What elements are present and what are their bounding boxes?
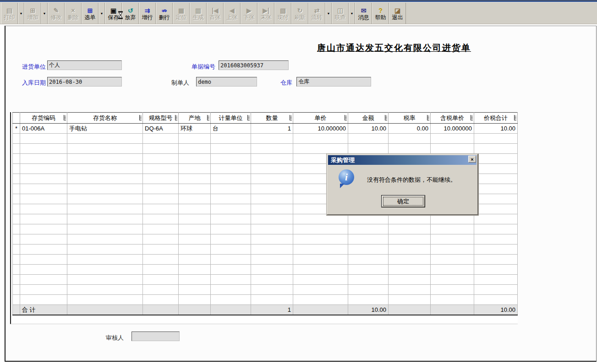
- grid-cell-qty[interactable]: [251, 295, 293, 305]
- grid-cell-tax-price[interactable]: [431, 275, 474, 285]
- grid-cell-price[interactable]: [293, 275, 348, 285]
- grid-cell-spec[interactable]: [143, 234, 179, 244]
- grid-cell-unit[interactable]: [211, 285, 251, 295]
- grid-cell-spec[interactable]: DQ-6A: [143, 124, 179, 134]
- grid-cell-unit[interactable]: [211, 295, 251, 305]
- grid-cell-unit[interactable]: [211, 194, 251, 204]
- grid-cell-origin[interactable]: [179, 214, 211, 224]
- grid-cell-code[interactable]: [20, 244, 67, 255]
- grid-cell-code[interactable]: [20, 154, 67, 164]
- grid-cell-total[interactable]: [474, 214, 518, 224]
- grid-cell-name[interactable]: [67, 214, 143, 224]
- toolbar-button-select-order[interactable]: ⊞选单: [82, 3, 99, 24]
- grid-cell-code[interactable]: [20, 184, 67, 194]
- grid-cell-qty[interactable]: [251, 265, 293, 275]
- toolbar-button-print[interactable]: ▤打印: [1, 3, 18, 24]
- grid-cell-name[interactable]: [67, 275, 143, 285]
- toolbar-button-message[interactable]: ✉消息: [355, 3, 372, 24]
- grid-cell-name[interactable]: [67, 204, 143, 214]
- grid-cell-origin[interactable]: [179, 244, 211, 255]
- grid-cell-spec[interactable]: [143, 255, 179, 265]
- grid-cell-tax-rate[interactable]: 0.00: [389, 124, 431, 134]
- toolbar-button-pay-now[interactable]: ▧现付: [274, 3, 291, 24]
- grid-cell-qty[interactable]: [251, 194, 293, 204]
- grid-cell-amount[interactable]: [348, 255, 389, 265]
- grid-cell-tax-rate[interactable]: [389, 285, 431, 295]
- grid-cell-amount[interactable]: [348, 285, 389, 295]
- grid-cell-price[interactable]: 10.000000: [293, 124, 348, 134]
- grid-cell-code[interactable]: [20, 295, 67, 305]
- grid-cell-tax-price[interactable]: [431, 214, 474, 224]
- grid-cell-qty[interactable]: [251, 214, 293, 224]
- grid-cell-code[interactable]: [20, 134, 67, 144]
- grid-cell-qty[interactable]: [251, 134, 293, 144]
- grid-cell-sel[interactable]: [13, 214, 20, 224]
- grid-cell-price[interactable]: [293, 234, 348, 244]
- grid-cell-price[interactable]: [293, 224, 348, 234]
- grid-cell-unit[interactable]: [211, 144, 251, 154]
- grid-cell-sel[interactable]: [13, 255, 20, 265]
- grid-cell-code[interactable]: [20, 144, 67, 154]
- grid-cell-tax-price[interactable]: [431, 255, 474, 265]
- grid-cell-total[interactable]: [474, 234, 518, 244]
- toolbar-button-first[interactable]: |◀首张: [207, 3, 224, 24]
- grid-cell-unit[interactable]: [211, 164, 251, 174]
- grid-cell-tax-price[interactable]: [431, 244, 474, 255]
- grid-cell-qty[interactable]: 1: [251, 124, 293, 134]
- grid-cell-name[interactable]: 手电钻: [67, 124, 143, 134]
- toolbar-button-delete[interactable]: ×删除: [65, 3, 82, 24]
- grid-cell-sel[interactable]: [13, 275, 20, 285]
- grid-cell-spec[interactable]: [143, 184, 179, 194]
- toolbar-button-delete-row[interactable]: ⇏删行: [156, 3, 173, 24]
- grid-cell-name[interactable]: [67, 194, 143, 204]
- grid-cell-price[interactable]: [293, 144, 348, 154]
- toolbar-drop-flow-drop[interactable]: ▼: [325, 3, 332, 24]
- grid-cell-qty[interactable]: [251, 174, 293, 184]
- grid-cell-name[interactable]: [67, 164, 143, 174]
- grid-cell-sel[interactable]: [13, 265, 20, 275]
- grid-cell-qty[interactable]: [251, 275, 293, 285]
- grid-cell-total[interactable]: [474, 174, 518, 184]
- grid-cell-origin[interactable]: [179, 164, 211, 174]
- grid-cell-price[interactable]: [293, 285, 348, 295]
- grid-cell-name[interactable]: [67, 224, 143, 234]
- grid-cell-origin[interactable]: [179, 134, 211, 144]
- grid-cell-sel[interactable]: [13, 244, 20, 255]
- grid-cell-name[interactable]: [67, 184, 143, 194]
- maker-field[interactable]: [196, 77, 257, 87]
- grid-cell-tax-price[interactable]: [431, 295, 474, 305]
- dialog-title-bar[interactable]: 采购管理: [328, 155, 477, 165]
- toolbar-button-discard[interactable]: ↺放弃: [122, 3, 139, 24]
- grid-cell-total[interactable]: 10.00: [474, 124, 518, 134]
- grid-cell-spec[interactable]: [143, 275, 179, 285]
- grid-cell-tax-rate[interactable]: [389, 134, 431, 144]
- grid-cell-price[interactable]: [293, 265, 348, 275]
- grid-cell-sel[interactable]: [13, 295, 20, 305]
- grid-cell-total[interactable]: [474, 144, 518, 154]
- grid-cell-name[interactable]: [67, 244, 143, 255]
- toolbar-drop-add-drop[interactable]: ▼: [41, 3, 48, 24]
- doc-no-field[interactable]: [219, 60, 289, 70]
- grid-cell-sel[interactable]: [13, 234, 20, 244]
- grid-cell-tax-rate[interactable]: [389, 255, 431, 265]
- grid-cell-unit[interactable]: [211, 234, 251, 244]
- grid-cell-name[interactable]: [67, 234, 143, 244]
- grid-cell-tax-price[interactable]: 10.000000: [431, 124, 474, 134]
- grid-cell-spec[interactable]: [143, 134, 179, 144]
- grid-cell-tax-rate[interactable]: [389, 224, 431, 234]
- grid-cell-total[interactable]: [474, 285, 518, 295]
- grid-cell-name[interactable]: [67, 134, 143, 144]
- grid-cell-origin[interactable]: [179, 224, 211, 234]
- grid-cell-price[interactable]: [293, 214, 348, 224]
- toolbar-button-help[interactable]: ?帮助: [372, 3, 389, 24]
- grid-cell-code[interactable]: [20, 194, 67, 204]
- grid-cell-code[interactable]: [20, 285, 67, 295]
- grid-cell-sel[interactable]: [13, 154, 20, 164]
- toolbar-button-next[interactable]: ▶下张: [241, 3, 257, 24]
- toolbar-drop-select-order-drop[interactable]: ▼: [99, 3, 105, 24]
- grid-cell-total[interactable]: [474, 164, 518, 174]
- grid-cell-code[interactable]: [20, 234, 67, 244]
- grid-cell-unit[interactable]: [211, 275, 251, 285]
- grid-cell-spec[interactable]: [143, 204, 179, 214]
- grid-cell-name[interactable]: [67, 285, 143, 295]
